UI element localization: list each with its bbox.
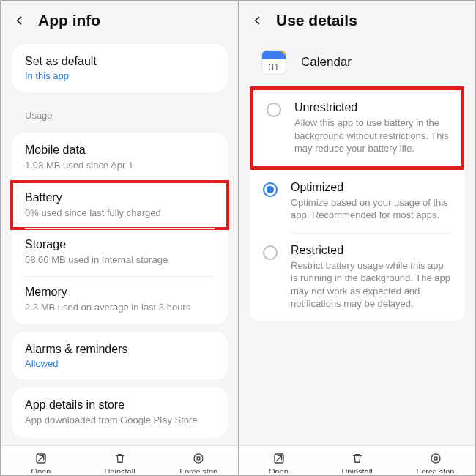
memory-label: Memory	[25, 286, 215, 299]
restricted-sub: Restrict battery usage while this app is…	[291, 259, 453, 310]
battery-row[interactable]: Battery 0% used since last fully charged	[12, 182, 228, 229]
radio-unrestricted-icon	[267, 103, 281, 117]
svg-rect-2	[197, 457, 200, 460]
force-stop-label: Force stop	[179, 467, 217, 473]
optimized-label: Optimized	[291, 181, 453, 194]
store-sub: App downloaded from Google Play Store	[25, 414, 215, 427]
option-restricted[interactable]: Restricted Restrict battery usage while …	[250, 233, 464, 321]
option-optimized[interactable]: Optimized Optimize based on your usage o…	[250, 170, 464, 233]
set-default-card[interactable]: Set as default In this app	[12, 44, 228, 92]
open-label: Open	[269, 467, 289, 473]
unrestricted-highlight: Unrestricted Allow this app to use batte…	[250, 86, 464, 170]
calendar-app-icon: 31	[261, 50, 286, 75]
open-label: Open	[31, 467, 51, 473]
bottom-bar: Open Uninstall Force stop	[239, 445, 475, 475]
storage-sub: 58.66 MB used in Internal storage	[25, 253, 215, 267]
battery-sub: 0% used since last fully charged	[25, 207, 215, 220]
uninstall-button[interactable]: Uninstall	[81, 452, 160, 473]
open-button[interactable]: Open	[1, 452, 81, 473]
force-stop-label: Force stop	[417, 467, 455, 473]
back-icon[interactable]	[250, 12, 266, 29]
memory-row[interactable]: Memory 2.3 MB used on average in last 3 …	[12, 276, 228, 324]
alarms-card[interactable]: Alarms & reminders Allowed	[12, 332, 228, 380]
optimized-sub: Optimize based on your usage of this app…	[291, 196, 453, 222]
page-title: Use details	[276, 12, 357, 29]
open-button[interactable]: Open	[239, 452, 318, 473]
memory-sub: 2.3 MB used on average in last 3 hours	[25, 301, 215, 314]
alarms-sub: Allowed	[25, 358, 215, 369]
storage-row[interactable]: Storage 58.66 MB used in Internal storag…	[12, 228, 228, 276]
force-stop-icon	[192, 452, 205, 465]
mobile-data-row[interactable]: Mobile data 1.93 MB used since Apr 1	[12, 134, 228, 182]
set-default-label: Set as default	[25, 55, 215, 68]
uninstall-button[interactable]: Uninstall	[318, 452, 396, 473]
open-icon	[34, 452, 48, 465]
trash-icon	[114, 452, 127, 465]
force-stop-icon	[429, 452, 442, 465]
radio-restricted-icon	[263, 245, 278, 260]
back-icon[interactable]	[12, 12, 28, 29]
page-title: App info	[38, 12, 100, 29]
unrestricted-sub: Allow this app to use battery in the bac…	[294, 116, 449, 155]
uninstall-label: Uninstall	[341, 467, 372, 473]
use-details-header: Use details	[239, 1, 475, 37]
mobile-data-label: Mobile data	[25, 144, 215, 157]
store-card[interactable]: App details in store App downloaded from…	[12, 387, 228, 438]
usage-card: Mobile data 1.93 MB used since Apr 1 Bat…	[12, 133, 228, 324]
option-unrestricted[interactable]: Unrestricted Allow this app to use batte…	[253, 90, 461, 166]
unrestricted-label: Unrestricted	[294, 101, 449, 114]
radio-optimized-icon	[263, 182, 278, 197]
open-icon	[272, 452, 286, 465]
svg-point-1	[194, 454, 203, 463]
svg-rect-5	[434, 457, 437, 460]
trash-icon	[351, 452, 364, 465]
force-stop-button[interactable]: Force stop	[159, 452, 238, 473]
app-info-content: Set as default In this app Usage Mobile …	[1, 37, 238, 445]
bottom-bar: Open Uninstall Force stop	[1, 445, 238, 475]
force-stop-button[interactable]: Force stop	[396, 452, 475, 473]
calendar-icon-day: 31	[262, 59, 286, 74]
use-details-pane: Use details 31 Calendar Unrestricted All…	[238, 1, 475, 475]
restricted-label: Restricted	[291, 244, 453, 257]
storage-label: Storage	[25, 238, 215, 251]
mobile-data-sub: 1.93 MB used since Apr 1	[25, 159, 215, 172]
store-label: App details in store	[25, 398, 215, 412]
app-identity-row: 31 Calendar	[247, 37, 467, 86]
set-default-sub: In this app	[25, 70, 215, 81]
alarms-label: Alarms & reminders	[25, 343, 215, 356]
uninstall-label: Uninstall	[104, 467, 135, 473]
svg-point-4	[431, 454, 440, 463]
use-details-content: 31 Calendar Unrestricted Allow this app …	[239, 37, 475, 445]
usage-section-label: Usage	[9, 100, 231, 125]
app-name: Calendar	[301, 55, 352, 70]
app-info-header: App info	[1, 1, 238, 37]
app-info-pane: App info Set as default In this app Usag…	[1, 1, 238, 475]
battery-label: Battery	[25, 191, 215, 204]
